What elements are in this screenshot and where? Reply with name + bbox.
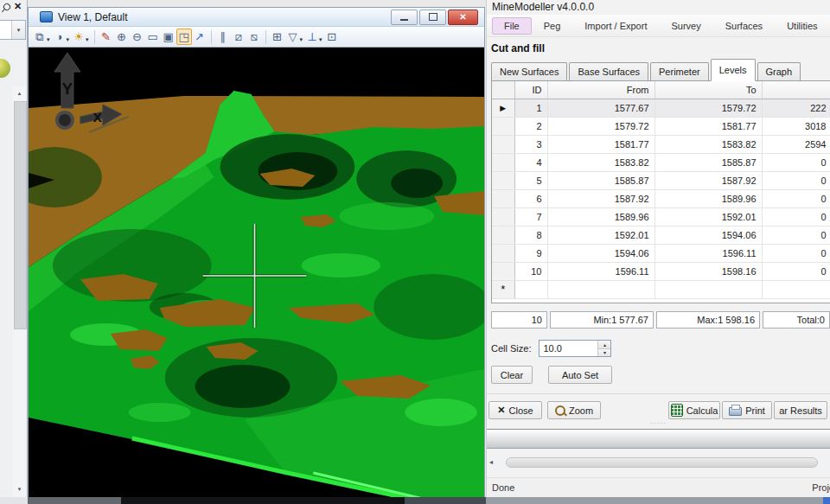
table-row[interactable]: 4 1583.82 1585.87 0	[492, 154, 830, 172]
dock-toolbar-icon[interactable]	[0, 59, 10, 78]
close-dialog-button[interactable]: ✕ Close	[488, 401, 542, 419]
chevron-down-icon[interactable]: ▾	[300, 36, 303, 43]
left-dock-strip: ✕ ▾ ▴ ▾	[0, 0, 28, 497]
header-selector[interactable]	[492, 81, 514, 99]
chevron-down-icon[interactable]: ▾	[11, 21, 25, 39]
summary-min: Min:1 577.67	[550, 311, 654, 329]
zoom-button[interactable]: Zoom	[547, 401, 601, 419]
scroll-up-icon[interactable]: ▴	[13, 86, 26, 99]
close-button[interactable]: ✕	[448, 10, 478, 25]
render-mode-icon[interactable]: ◑	[52, 29, 67, 45]
chevron-down-icon[interactable]: ▾	[47, 36, 50, 43]
tab-base-surfaces[interactable]: Base Surfaces	[569, 62, 648, 80]
tab-levels[interactable]: Levels	[711, 59, 756, 81]
header-to[interactable]: To	[654, 81, 762, 99]
minimize-button[interactable]	[391, 10, 418, 25]
maximize-icon	[429, 13, 437, 21]
pin-icon[interactable]	[2, 2, 11, 11]
zoom-out-icon[interactable]: ⊖	[130, 29, 145, 45]
print-button[interactable]: Print	[722, 401, 772, 419]
dock-close-icon[interactable]: ✕	[14, 1, 22, 11]
walk-through-icon[interactable]: ∥	[215, 29, 231, 45]
scroll-down-icon[interactable]: ▾	[13, 482, 26, 495]
zoom-previous-icon[interactable]: ◳	[176, 29, 192, 45]
table-row[interactable]: 3 1581.77 1583.82 2594	[492, 136, 830, 154]
window-icon	[40, 11, 53, 22]
header-extra[interactable]	[762, 81, 830, 99]
toolbar-separator	[94, 30, 95, 44]
tab-new-surfaces[interactable]: New Surfaces	[491, 62, 567, 80]
new-row-marker[interactable]: *	[492, 281, 514, 299]
lighting-icon[interactable]: ☀	[71, 29, 86, 45]
table-row[interactable]: 8 1592.01 1594.06 0	[492, 226, 830, 245]
cell-size-value[interactable]: 10.0	[540, 341, 597, 356]
table-row[interactable]: 5 1585.87 1587.92 0	[492, 172, 830, 190]
pan-icon[interactable]: ↗	[192, 29, 208, 45]
menu-utilities[interactable]: Utilities	[775, 17, 829, 35]
chevron-down-icon[interactable]: ▾	[67, 36, 70, 43]
table-row[interactable]: ▶ 1 1577.67 1579.72 222	[492, 99, 830, 118]
table-row[interactable]: 9 1594.06 1596.11 0	[492, 245, 830, 263]
clear-button[interactable]: Clear	[491, 366, 533, 384]
clear-results-button[interactable]: ar Results	[774, 401, 827, 419]
axis-3d-icon[interactable]: ⊥	[304, 29, 320, 45]
table-new-row[interactable]: *	[492, 281, 830, 299]
lock-view-icon[interactable]: ⊡	[324, 29, 340, 45]
view-window-titlebar[interactable]: View 1, Default ✕	[29, 8, 484, 27]
application-screen: ✕ ▾ ▴ ▾ View 1, Default ✕ ⧉ ▾ ◑ ▾ ☀	[0, 0, 830, 504]
collapsed-panel-bar[interactable]	[487, 429, 830, 449]
table-row[interactable]: 10 1596.11 1598.16 0	[492, 263, 830, 281]
chevron-down-icon[interactable]: ▾	[86, 36, 89, 43]
zoom-in-icon[interactable]: ⊕	[114, 29, 130, 45]
view-back-icon[interactable]: ⧄	[231, 29, 246, 45]
view-window: View 1, Default ✕ ⧉ ▾ ◑ ▾ ☀ ▾ ✎ ⊕ ⊖ ▭ ▣ …	[28, 7, 485, 497]
menu-surfaces[interactable]: Surfaces	[713, 17, 775, 35]
terrain-3d-viewport[interactable]: Y X	[29, 48, 484, 498]
menu-peg[interactable]: Peg	[532, 17, 573, 35]
table-row[interactable]: 2 1579.72 1581.77 3018	[492, 118, 830, 136]
zoom-extents-icon[interactable]: ▣	[161, 29, 176, 45]
chevron-down-icon[interactable]: ▾	[319, 36, 322, 43]
table-row[interactable]: 7 1589.96 1592.01 0	[492, 208, 830, 226]
menu-survey[interactable]: Survey	[659, 17, 712, 35]
scrollbar-thumb[interactable]	[506, 457, 818, 468]
tin-display-icon[interactable]: ▽	[285, 29, 301, 45]
menu-file[interactable]: File	[492, 17, 532, 35]
summary-row: 10 Min:1 577.67 Max:1 598.16 Total:0	[491, 311, 830, 329]
menu-import-export[interactable]: Import / Export	[572, 17, 659, 35]
zoom-window-icon[interactable]: ▭	[145, 29, 161, 45]
spinner-up-icon[interactable]: ▴	[598, 341, 610, 349]
maximize-button[interactable]	[419, 10, 446, 25]
calculate-button[interactable]: Calcula	[668, 401, 720, 419]
tab-graph[interactable]: Graph	[757, 62, 801, 80]
new-view-icon[interactable]: ⧉	[32, 29, 48, 45]
cell-size-stepper[interactable]: 10.0 ▴ ▾	[539, 340, 611, 357]
tab-perimeter[interactable]: Perimeter	[650, 62, 709, 80]
levels-table: ID From To ▶ 1 1577.67 1579.72 222	[492, 81, 830, 299]
dock-combobox[interactable]: ▾	[0, 20, 26, 40]
table-row[interactable]: 6 1587.92 1589.96 0	[492, 190, 830, 208]
horizontal-scrollbar[interactable]: ◂	[487, 455, 830, 469]
splitter-grip[interactable]: ·····	[487, 421, 830, 426]
header-from[interactable]: From	[547, 81, 654, 99]
dock-vertical-scrollbar[interactable]: ▴ ▾	[13, 86, 26, 497]
summary-count: 10	[491, 311, 547, 329]
close-icon: ✕	[497, 405, 505, 416]
summary-total: Total:0	[763, 311, 830, 329]
cut-and-fill-tabs: New Surfaces Base Surfaces Perimeter Lev…	[487, 59, 830, 80]
auto-set-button[interactable]: Auto Set	[548, 366, 612, 384]
status-bar: Done Proje	[487, 477, 830, 497]
current-row-marker[interactable]: ▶	[492, 99, 514, 118]
view-forward-icon[interactable]: ⧅	[246, 29, 262, 45]
axis-y-label: Y	[62, 80, 73, 98]
cascade-icon[interactable]: ⊞	[270, 29, 285, 45]
header-id[interactable]: ID	[514, 81, 547, 99]
toolbar-separator	[211, 30, 212, 44]
terrain-scene: Y X	[29, 48, 484, 498]
scrollbar-thumb[interactable]	[14, 101, 27, 329]
levels-grid: ID From To ▶ 1 1577.67 1579.72 222	[491, 80, 830, 303]
paint-icon[interactable]: ✎	[99, 29, 114, 45]
table-header-row: ID From To	[492, 81, 830, 99]
scroll-left-icon[interactable]: ◂	[489, 458, 493, 466]
spinner-down-icon[interactable]: ▾	[598, 349, 610, 357]
